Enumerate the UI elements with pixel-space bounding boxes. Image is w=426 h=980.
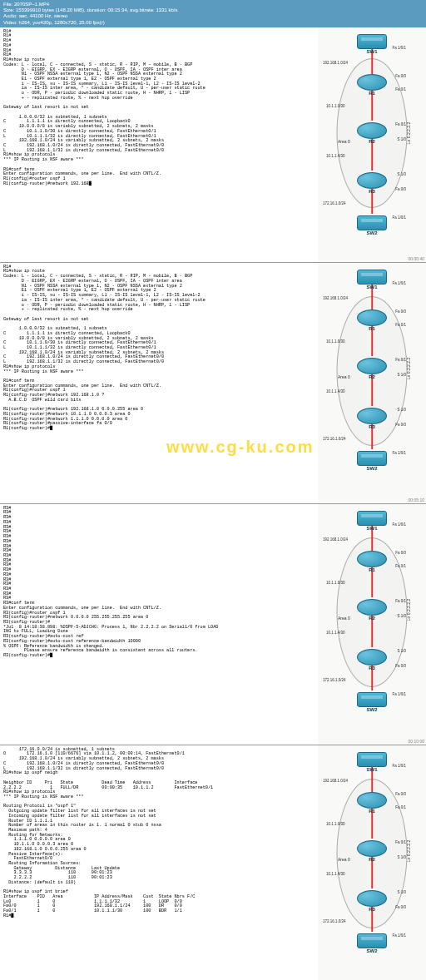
device-sw2: SW2 — [357, 933, 387, 953]
terminal-output-1[interactable]: R1# R1# R1# R1# R1# R1# R1#show ip route… — [0, 27, 318, 262]
loopback-label: Lo 0.2.2.2.2 — [406, 840, 411, 862]
file-line-1: File: 2070SP~1.MP4 — [3, 2, 423, 7]
device-r3: R3 — [357, 408, 387, 429]
lbl-fa00-r3: Fa 0/0 — [395, 187, 406, 191]
device-r3: R3 — [357, 649, 387, 671]
panel-3: R3# R3# R3# R3# R3# R3# R3# R3# R3# R3# … — [0, 504, 426, 745]
panel-2: R1# R1#show ip route Codes: L - local, C… — [0, 263, 426, 504]
lbl-fa01-r1: Fa 0/1 — [395, 87, 406, 92]
device-r1: R1 — [357, 551, 387, 572]
loopback-label: Lo 0.2.2.2.2 — [406, 358, 411, 379]
file-line-3: Audio: aac, 44100 Hz, stereo — [3, 13, 423, 19]
topology-diagram-1: Area 0 Lo 0.2.2.2.2 SW1 R1 R2 R3 SW2 192… — [318, 27, 426, 262]
terminal-output-2[interactable]: R1# R1#show ip route Codes: L - local, C… — [0, 263, 318, 503]
area-label: Area 0 — [338, 139, 350, 144]
device-sw2: SW2 — [357, 451, 387, 471]
area-label: Area 0 — [338, 616, 350, 621]
area-label: Area 0 — [338, 374, 350, 379]
device-r1: R1 — [357, 792, 387, 814]
file-line-2: Size: 155399910 bytes (148.20 MiB), dura… — [3, 7, 423, 13]
device-sw2: SW2 — [357, 692, 387, 712]
timestamp-1: 00:00:40 — [409, 256, 424, 261]
panel-1: R1# R1# R1# R1# R1# R1# R1#show ip route… — [0, 27, 426, 263]
terminal-output-3[interactable]: R3# R3# R3# R3# R3# R3# R3# R3# R3# R3# … — [0, 504, 318, 745]
timestamp-2: 00:05:10 — [409, 497, 424, 502]
device-sw1: SW1 — [357, 34, 387, 54]
device-r1: R1 — [357, 74, 387, 96]
lbl-net-mid1: 10.1.1.0/30 — [326, 104, 345, 108]
lbl-s10-r2: S 1/0 — [397, 137, 406, 141]
device-r1: R1 — [357, 309, 387, 331]
device-sw1: SW1 — [357, 270, 387, 290]
device-r3: R3 — [357, 890, 387, 912]
lbl-fa01-r2: Fa 0/1 — [395, 122, 406, 126]
file-info-overlay: File: 2070SP~1.MP4 Size: 155399910 bytes… — [0, 0, 426, 27]
topology-diagram-3: Area 0 Lo 0.2.2.2.2 SW1 R1 R2 R3 SW2 192… — [318, 504, 426, 745]
topology-diagram-2: Area 0 Lo 0.2.2.2.2 SW1 R1 R2 R3 SW2 192… — [318, 263, 426, 503]
lbl-s10-r3: S 1/0 — [397, 172, 406, 176]
topology-diagram-4: Area 0 Lo 0.2.2.2.2 SW1 R1 R2 R3 SW2 192… — [318, 745, 426, 980]
loopback-label: Lo 0.2.2.2.2 — [406, 122, 411, 144]
lbl-fa100: Fa 1/0/1 — [392, 46, 406, 50]
lbl-net-top: 192.168.1.0/24 — [323, 61, 348, 65]
device-sw1: SW1 — [357, 511, 387, 531]
device-r2: R2 — [357, 358, 387, 379]
lbl-fa100-b: Fa 1/0/1 — [392, 215, 406, 220]
device-sw1: SW1 — [357, 752, 387, 772]
timestamp-3: 00:10:00 — [409, 739, 424, 744]
area-label: Area 0 — [338, 857, 350, 862]
lbl-fa00-r1: Fa 0/0 — [395, 74, 406, 78]
device-r2: R2 — [357, 122, 387, 144]
loopback-label: Lo 0.2.2.2.2 — [406, 599, 411, 621]
device-r3: R3 — [357, 172, 387, 194]
lbl-net-bot: 172.16.1.0/24 — [323, 201, 346, 205]
device-r2: R2 — [357, 599, 387, 621]
file-line-4: Video: h264, yuv420p, 1280x720, 25.00 fp… — [3, 20, 423, 26]
terminal-output-4[interactable]: 172.16.0.0/24 is subnetted, 1 subnets O … — [0, 745, 318, 980]
panel-4: 172.16.0.0/24 is subnetted, 1 subnets O … — [0, 745, 426, 980]
lbl-net-mid2: 10.1.1.4/30 — [326, 154, 345, 158]
device-r2: R2 — [357, 840, 387, 862]
device-sw2: SW2 — [357, 215, 387, 235]
